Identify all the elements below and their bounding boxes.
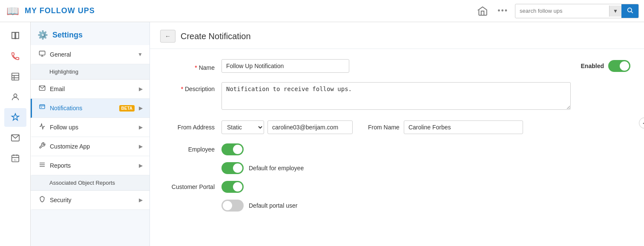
enabled-wrapper: Enabled [581, 60, 630, 72]
beta-badge: BETA [119, 105, 135, 112]
default-portal-row: Default portal user [164, 200, 630, 212]
sidebar: ⚙️ Settings General ▼ Highlighting Email… [31, 22, 150, 246]
nav-mail[interactable] [4, 129, 26, 147]
nav-phone[interactable] [4, 47, 26, 66]
sidebar-item-followups[interactable]: Follow ups ▶ [31, 118, 150, 137]
main-layout: 31 ⚙️ Settings General ▼ Highlighting [0, 22, 644, 246]
required-star: * [195, 64, 197, 71]
sidebar-item-email[interactable]: Email ▶ [31, 80, 150, 99]
sidebar-sub-highlighting[interactable]: Highlighting [31, 64, 150, 80]
customize-label: Customize App [50, 143, 135, 150]
notifications-label: Notifications [50, 105, 113, 112]
name-row: * Name Enabled [164, 59, 630, 73]
employee-toggle[interactable] [221, 143, 244, 155]
sidebar-item-security[interactable]: Security ▶ [31, 191, 150, 210]
nav-contact[interactable] [4, 88, 26, 106]
sidebar-sub-associated-object-reports[interactable]: Associated Object Reports [31, 175, 150, 191]
required-star: * [181, 86, 183, 92]
chevron-right-icon: ▶ [139, 197, 143, 203]
search-input[interactable] [515, 5, 609, 17]
svg-point-0 [628, 8, 632, 11]
reports-label: Reports [50, 162, 135, 169]
envelope-icon [39, 85, 46, 93]
default-portal-label: Default portal user [249, 202, 297, 209]
general-label: General [50, 51, 133, 58]
sidebar-item-general[interactable]: General ▼ [31, 45, 150, 64]
from-address-group: Static Dynamic [221, 120, 353, 134]
name-input-wrapper [221, 59, 358, 73]
default-portal-toggle-slider [221, 200, 244, 212]
app-title: MY FOLLOW UPS [25, 6, 95, 15]
chevron-down-icon: ▼ [138, 51, 143, 57]
svg-point-6 [14, 94, 17, 97]
svg-rect-2 [12, 73, 19, 80]
reports-icon [39, 161, 46, 170]
description-row: * Description Notification to receive fo… [164, 82, 630, 111]
default-portal-toggle[interactable] [221, 200, 244, 212]
notifications-icon [39, 104, 46, 112]
sidebar-header: ⚙️ Settings [31, 22, 150, 45]
enabled-toggle[interactable] [608, 60, 630, 72]
from-name-label: From Name [368, 124, 400, 131]
nav-book[interactable] [4, 26, 26, 45]
employee-label: Employee [164, 146, 215, 153]
more-options-button[interactable]: ••• [495, 4, 511, 18]
svg-rect-13 [39, 51, 45, 55]
chevron-right-icon: ▶ [139, 105, 143, 111]
search-bar: ▼ [515, 4, 639, 18]
security-icon [39, 196, 46, 204]
search-dropdown-button[interactable]: ▼ [609, 6, 621, 17]
employee-row: Employee [164, 143, 630, 155]
description-input[interactable]: Notification to receive follow ups. [221, 82, 571, 110]
nav-pin[interactable] [4, 108, 26, 127]
content-area: ← Create Notification * Name Enabled [150, 22, 644, 246]
default-employee-label: Default for employee [249, 165, 304, 172]
customer-portal-toggle[interactable] [221, 181, 244, 193]
sidebar-item-notifications[interactable]: Notifications BETA ▶ [31, 99, 150, 118]
from-address-label: From Address [164, 120, 215, 131]
toggle-slider [608, 60, 630, 72]
sidebar-title: Settings [52, 31, 83, 40]
svg-rect-17 [40, 105, 45, 109]
customer-portal-label: Customer Portal [164, 183, 215, 190]
topbar: 📖 MY FOLLOW UPS ••• ▼ [0, 0, 644, 22]
content-header: ← Create Notification [150, 22, 644, 49]
default-employee-toggle[interactable] [221, 162, 244, 174]
home-button[interactable] [474, 3, 491, 19]
customer-portal-toggle-slider [221, 181, 244, 193]
nav-calendar[interactable]: 31 [4, 149, 26, 168]
chevron-right-icon: ▶ [139, 86, 143, 92]
enabled-label: Enabled [581, 63, 604, 69]
page-title: Create Notification [181, 31, 251, 41]
employee-toggle-slider [221, 143, 244, 155]
from-address-email-input[interactable] [267, 120, 353, 134]
chevron-right-icon: ▶ [139, 124, 143, 130]
sidebar-item-customize[interactable]: Customize App ▶ [31, 137, 150, 156]
from-name-group: From Name [368, 120, 523, 134]
form-area: * Name Enabled * Descript [150, 49, 644, 229]
description-field: Notification to receive follow ups. [221, 82, 630, 111]
description-field-label: * Description [164, 82, 215, 92]
icon-nav: 31 [0, 22, 31, 246]
gear-icon: ⚙️ [37, 30, 48, 40]
sidebar-item-reports[interactable]: Reports ▶ [31, 156, 150, 175]
customer-portal-row: Customer Portal [164, 181, 630, 193]
back-button[interactable]: ← [160, 30, 175, 43]
followups-label: Follow ups [50, 124, 135, 131]
name-input[interactable] [221, 59, 349, 73]
app-logo: 📖 [5, 3, 20, 19]
email-label: Email [50, 86, 135, 92]
from-address-row: From Address Static Dynamic From Name [164, 120, 630, 134]
from-name-input[interactable] [404, 120, 523, 134]
followups-icon [39, 123, 46, 132]
nav-table[interactable] [4, 67, 26, 86]
search-go-button[interactable] [621, 4, 638, 18]
chevron-right-icon: ▶ [139, 163, 143, 169]
from-address-type-select[interactable]: Static Dynamic [221, 120, 264, 134]
default-employee-toggle-slider [221, 162, 244, 174]
svg-line-1 [631, 11, 633, 13]
default-employee-row: Default for employee [164, 162, 630, 174]
wrench-icon [39, 142, 46, 151]
svg-text:31: 31 [14, 159, 16, 161]
monitor-icon [39, 50, 46, 59]
